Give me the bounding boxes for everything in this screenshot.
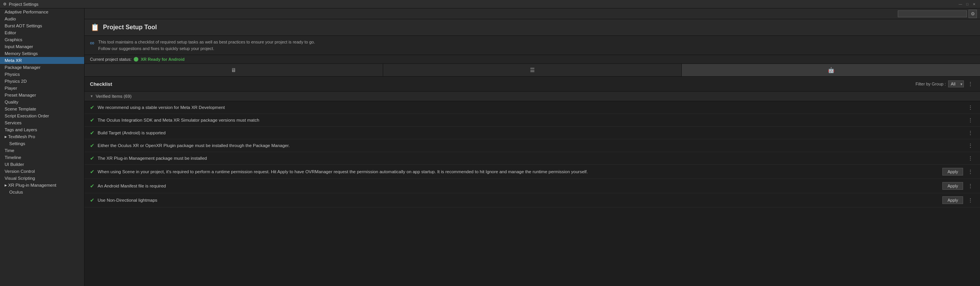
search-input[interactable] — [898, 10, 967, 17]
tab-list[interactable]: ☰ — [383, 64, 682, 76]
row-text-row-2: The Oculus Integration SDK and Meta XR S… — [98, 117, 963, 123]
row-menu-icon-row-8[interactable]: ⋮ — [966, 197, 975, 203]
title-bar: ⚙ Project Settings — □ ✕ — [0, 0, 980, 8]
row-menu-icon-row-3[interactable]: ⋮ — [966, 130, 975, 136]
status-text: XR Ready for Android — [141, 57, 184, 62]
filter-group: Filter by Group : All ⋮ — [915, 80, 975, 87]
row-menu-icon-row-4[interactable]: ⋮ — [966, 142, 975, 149]
filter-select-wrap[interactable]: All — [948, 80, 964, 87]
section-header: ▼ Verified Items (69) — [85, 92, 980, 101]
sidebar-item-visual-scripting[interactable]: Visual Scripting — [0, 175, 84, 182]
sidebar-item-services[interactable]: Services — [0, 119, 84, 126]
filter-label: Filter by Group : — [915, 82, 946, 86]
row-menu-icon-row-6[interactable]: ⋮ — [966, 169, 975, 175]
sidebar-item-burst-aot-settings[interactable]: Burst AOT Settings — [0, 22, 84, 29]
sidebar: Adaptive PerformanceAudioBurst AOT Setti… — [0, 8, 85, 286]
sidebar-item-memory-settings[interactable]: Memory Settings — [0, 50, 84, 57]
gear-button[interactable]: ⚙ — [968, 10, 977, 18]
sidebar-group-textmesh-pro[interactable]: ▸ TextMesh Pro — [0, 133, 84, 140]
checklist-area[interactable]: Checklist Filter by Group : All ⋮ ▼ Veri… — [85, 77, 980, 286]
header-icon: 📋 — [91, 23, 99, 32]
sidebar-item-script-execution-order[interactable]: Script Execution Order — [0, 112, 84, 119]
checklist-row-row-1: ✔We recommend using a stable version for… — [85, 101, 980, 114]
list-icon: ☰ — [530, 67, 535, 73]
row-menu-icon-row-2[interactable]: ⋮ — [966, 117, 975, 123]
status-indicator — [134, 57, 138, 62]
sidebar-item-input-manager[interactable]: Input Manager — [0, 43, 84, 50]
row-text-row-6: When using Scene in your project, it's r… — [98, 169, 939, 175]
filter-select[interactable]: All — [948, 80, 964, 87]
tab-monitor[interactable]: 🖥 — [85, 64, 383, 76]
close-button[interactable]: ✕ — [972, 2, 977, 7]
title-bar-icon: ⚙ — [3, 2, 7, 6]
checklist-row-row-8: ✔Use Non-Directional lightmapsApply⋮ — [85, 193, 980, 207]
tabs-bar: 🖥 ☰ 🤖 — [85, 64, 980, 77]
tab-android[interactable]: 🤖 — [682, 64, 980, 76]
sidebar-item-package-manager[interactable]: Package Manager — [0, 64, 84, 71]
check-icon-row-1: ✔ — [90, 104, 95, 110]
row-text-row-5: The XR Plug-in Management package must b… — [98, 155, 963, 161]
monitor-icon: 🖥 — [231, 67, 236, 73]
sidebar-item-meta-xr[interactable]: Meta XR — [0, 57, 84, 64]
sidebar-item-graphics[interactable]: Graphics — [0, 36, 84, 43]
row-text-row-1: We recommend using a stable version for … — [98, 104, 963, 110]
info-line2: Follow our suggestions and fixes to quic… — [98, 45, 315, 52]
status-label: Current project status: — [90, 57, 131, 62]
row-menu-icon-row-5[interactable]: ⋮ — [966, 155, 975, 161]
section-title: Verified Items (69) — [96, 94, 131, 99]
check-icon-row-8: ✔ — [90, 197, 95, 203]
sidebar-item-quality[interactable]: Quality — [0, 99, 84, 105]
row-text-row-7: An Android Manifest file is required — [98, 183, 939, 189]
row-text-row-3: Build Target (Android) is supported — [98, 130, 963, 136]
sidebar-group-xr-plug-in-management[interactable]: ▸ XR Plug-in Management — [0, 182, 84, 189]
apply-button-row-7[interactable]: Apply — [942, 182, 963, 190]
minimize-button[interactable]: — — [958, 2, 963, 7]
checklist-row-row-6: ✔When using Scene in your project, it's … — [85, 165, 980, 179]
checklist-row-row-3: ✔Build Target (Android) is supported⋮ — [85, 127, 980, 139]
title-bar-title: Project Settings — [9, 2, 38, 7]
check-icon-row-7: ✔ — [90, 183, 95, 189]
title-bar-controls: — □ ✕ — [958, 2, 977, 7]
sidebar-item-oculus[interactable]: Oculus — [0, 189, 84, 196]
info-box: ∞ This tool maintains a checklist of req… — [85, 36, 980, 55]
sidebar-item-preset-manager[interactable]: Preset Manager — [0, 92, 84, 99]
maximize-button[interactable]: □ — [965, 2, 970, 7]
sidebar-item-time[interactable]: Time — [0, 147, 84, 154]
sidebar-item-adaptive-performance[interactable]: Adaptive Performance — [0, 8, 84, 15]
info-line1: This tool maintains a checklist of requi… — [98, 39, 315, 45]
apply-button-row-8[interactable]: Apply — [942, 196, 963, 204]
sidebar-item-settings[interactable]: Settings — [0, 140, 84, 147]
status-bar: Current project status: XR Ready for And… — [85, 55, 980, 64]
sidebar-item-audio[interactable]: Audio — [0, 15, 84, 22]
main-layout: Adaptive PerformanceAudioBurst AOT Setti… — [0, 8, 980, 286]
checklist-title: Checklist — [90, 81, 112, 87]
sidebar-item-physics[interactable]: Physics — [0, 71, 84, 78]
sidebar-item-editor[interactable]: Editor — [0, 29, 84, 36]
sidebar-item-timeline[interactable]: Timeline — [0, 154, 84, 161]
sidebar-item-ui-builder[interactable]: UI Builder — [0, 161, 84, 168]
checklist-row-row-4: ✔Either the Oculus XR or OpenXR Plugin p… — [85, 139, 980, 152]
info-text: This tool maintains a checklist of requi… — [98, 39, 315, 52]
check-icon-row-2: ✔ — [90, 117, 95, 123]
row-text-row-8: Use Non-Directional lightmaps — [98, 197, 939, 203]
checklist-row-row-7: ✔An Android Manifest file is requiredApp… — [85, 179, 980, 193]
checklist-row-row-5: ✔The XR Plug-in Management package must … — [85, 152, 980, 165]
page-title: Project Setup Tool — [103, 24, 157, 31]
sidebar-item-scene-template[interactable]: Scene Template — [0, 105, 84, 112]
sidebar-item-version-control[interactable]: Version Control — [0, 168, 84, 175]
check-icon-row-3: ✔ — [90, 130, 95, 136]
check-icon-row-4: ✔ — [90, 142, 95, 149]
row-menu-icon-row-1[interactable]: ⋮ — [966, 104, 975, 110]
content-header: 📋 Project Setup Tool — [85, 19, 980, 36]
sidebar-item-physics-2d[interactable]: Physics 2D — [0, 78, 84, 85]
sidebar-item-player[interactable]: Player — [0, 85, 84, 92]
sidebar-item-tags-and-layers[interactable]: Tags and Layers — [0, 126, 84, 133]
check-icon-row-5: ✔ — [90, 155, 95, 161]
collapse-triangle[interactable]: ▼ — [90, 94, 93, 98]
apply-button-row-6[interactable]: Apply — [942, 168, 963, 176]
row-menu-icon-row-7[interactable]: ⋮ — [966, 183, 975, 189]
row-text-row-4: Either the Oculus XR or OpenXR Plugin pa… — [98, 142, 963, 149]
checklist-menu-icon[interactable]: ⋮ — [966, 81, 975, 87]
checklist-header: Checklist Filter by Group : All ⋮ — [85, 77, 980, 92]
meta-logo-icon: ∞ — [90, 40, 94, 47]
